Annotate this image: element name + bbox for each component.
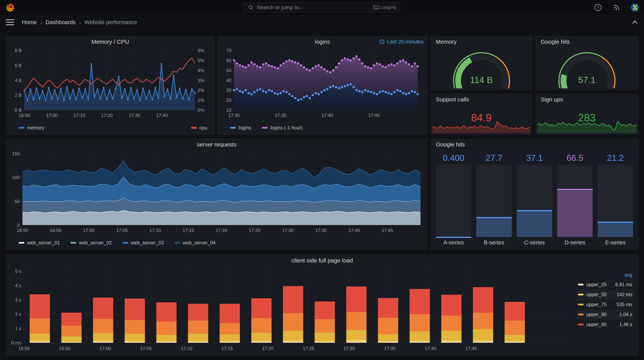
server-requests-chart[interactable]: 16:5016:5517:0017:0517:1017:1517:2017:25… [8,150,426,236]
menu-icon[interactable] [6,18,14,26]
help-icon[interactable]: ? [594,3,602,12]
panel-title[interactable]: Google hits [536,36,638,47]
bar-gauge-c-series[interactable]: 37.1C-series [517,152,552,247]
grafana-logo[interactable] [5,2,15,12]
svg-text:17:25: 17:25 [249,228,260,233]
legend-item-web-server-02[interactable]: web_server_02 [70,240,112,246]
svg-text:60: 60 [226,58,231,63]
bar-gauge-d-series[interactable]: 66.5D-series [557,152,593,247]
panel-logins: logins Last 20 minutes 17:3017:3517:4017… [218,36,427,135]
search-input[interactable]: Search or jump to... cmd+k [244,2,400,12]
search-icon [248,4,254,10]
rss-icon[interactable] [612,3,620,12]
svg-text:2 B: 2 B [15,92,22,98]
svg-text:6 B: 6 B [15,63,22,68]
svg-text:17:40: 17:40 [156,113,168,118]
panel-title[interactable]: Sign ups [536,94,638,105]
panel-google-hits-gauge: Google hits 57.1 [536,36,638,90]
legend-row-upper_90[interactable]: upper_901.04 s [576,310,634,319]
bar-gauge-value: 21.2 [607,152,624,165]
legend-item-logins[interactable]: logins [230,125,251,130]
svg-text:17:35: 17:35 [275,113,286,118]
svg-text:17:15: 17:15 [222,346,233,351]
panel-client-load: client side full page load 16:5016:5517:… [6,255,638,356]
series-avg-value: 142 ms [616,292,632,297]
panel-title[interactable]: server requests [6,139,427,150]
bar-gauge-a-series[interactable]: 0.400A-series [436,152,471,247]
svg-text:0 ms: 0 ms [11,340,21,346]
legend-row-upper_95[interactable]: upper_951.46 s [576,319,634,329]
series-avg-value: 1.46 s [619,322,632,327]
series-avg-value: 535 ms [616,302,632,307]
bar-gauge-value: 66.5 [566,152,584,165]
legend-row-upper_25[interactable]: upper_256.81 ms [576,280,634,290]
svg-text:17:30: 17:30 [228,113,240,118]
svg-text:3%: 3% [198,78,204,83]
avatar[interactable] [630,3,639,12]
legend-item-web-server-03[interactable]: web_server_03 [122,240,164,246]
legend-item-web-server-04[interactable]: web_server_04 [174,240,216,246]
breadcrumb-dashboards[interactable]: Dashboards [46,19,76,26]
series-color-chip [262,127,268,129]
svg-text:4 s: 4 s [15,283,21,288]
legend-item-memory[interactable]: memory [18,125,44,130]
panel-sign-ups: Sign ups 283 [536,94,638,135]
legend-item-logins-1-hour-[interactable]: logins (-1 hour) [262,125,302,130]
legend-row-upper_50[interactable]: upper_50142 ms [576,290,634,300]
svg-text:17:45: 17:45 [382,228,393,233]
series-name: web_server_04 [183,240,216,246]
logins-chart[interactable]: 17:3017:3517:4017:4510203040506070 [220,47,426,121]
svg-text:17:05: 17:05 [116,228,128,233]
svg-text:17:20: 17:20 [216,228,227,233]
series-color-chip [578,304,584,305]
breadcrumb-home[interactable]: Home [22,19,36,26]
svg-text:2%: 2% [198,88,204,93]
client-load-chart[interactable]: 16:5016:5517:0017:0517:1017:1517:2017:25… [8,266,571,354]
panel-google-hits-bars: Google hits 0.400A-series27.7B-series37.… [431,139,638,250]
series-color-chip [174,242,180,244]
memory-cpu-chart[interactable]: 16:5017:0017:1017:2017:3017:400 B2 B4 B6… [8,47,212,121]
series-name[interactable]: upper_50 [586,292,616,297]
series-avg-value: 1.04 s [619,312,632,317]
series-name: web_server_03 [131,240,164,246]
svg-text:17:40: 17:40 [348,228,360,233]
panel-title[interactable]: Google hits [431,139,638,150]
series-name: web_server_01 [27,240,60,246]
series-color-chip [122,242,128,244]
svg-text:17:45: 17:45 [465,346,477,351]
bar-gauge-track [598,165,633,237]
series-name[interactable]: upper_25 [586,282,615,287]
series-name: logins [239,125,251,130]
legend-item-cpu[interactable]: cpu [191,125,207,130]
legend-row-upper_75[interactable]: upper_75535 ms [576,300,634,310]
series-name[interactable]: upper_75 [586,302,616,307]
bar-gauge-e-series[interactable]: 21.2E-series [598,152,633,247]
bar-gauge-value: 0.400 [443,152,464,165]
series-name: web_server_02 [79,240,112,246]
bar-gauge-label: A-series [443,237,464,247]
svg-text:0: 0 [17,222,20,228]
panel-title[interactable]: Support calls [431,94,532,105]
svg-text:17:30: 17:30 [282,228,294,233]
panel-title[interactable]: Memory [431,36,532,47]
legend-avg-header[interactable]: avg [576,271,634,280]
chart-legend: web_server_01web_server_02web_server_03w… [18,239,420,246]
svg-text:40: 40 [226,78,231,83]
legend-table: avg upper_256.81 msupper_50142 msupper_7… [576,271,634,329]
legend-item-web-server-01[interactable]: web_server_01 [18,240,60,246]
series-name[interactable]: upper_90 [586,312,619,317]
search-placeholder: Search or jump to... [257,4,370,10]
chevron-up-icon[interactable] [631,18,639,26]
svg-text:100: 100 [12,175,20,180]
google-hits-bar-gauge[interactable]: 0.400A-series27.7B-series37.1C-series66.… [436,152,633,247]
panel-title[interactable]: Memory / CPU [6,36,214,47]
svg-text:70: 70 [226,48,231,53]
svg-text:17:00: 17:00 [100,346,111,351]
chevron-right-icon: › [40,19,42,25]
time-range-control[interactable]: Last 20 minutes [379,36,424,47]
bar-gauge-b-series[interactable]: 27.7B-series [476,152,512,247]
series-color-chip [578,324,584,325]
series-name[interactable]: upper_95 [586,322,619,327]
svg-text:0 B: 0 B [15,108,22,113]
panel-title[interactable]: client side full page load [6,255,638,266]
